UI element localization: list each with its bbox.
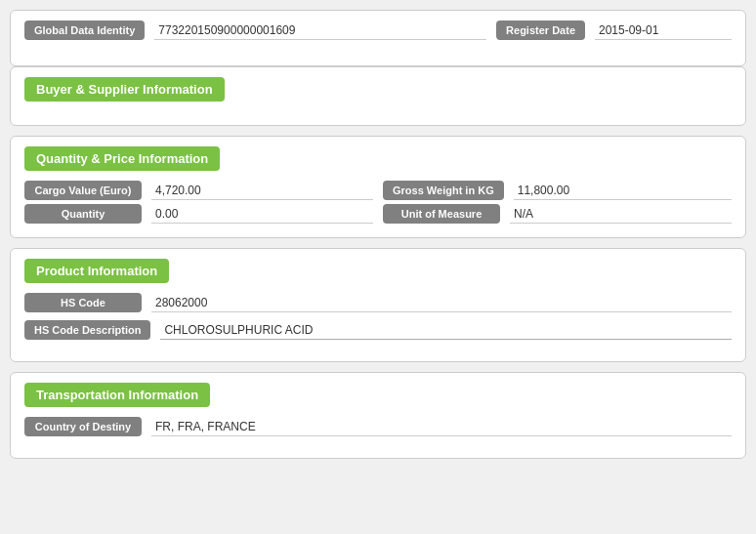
- hs-code-value: 28062000: [151, 294, 732, 312]
- product-section: Product Information HS Code 28062000 HS …: [10, 248, 746, 362]
- hs-desc-value: CHLOROSULPHURIC ACID: [160, 321, 732, 340]
- buyer-supplier-header: Buyer & Supplier Information: [24, 77, 225, 102]
- country-label: Country of Destiny: [24, 417, 142, 436]
- hs-code-row: HS Code 28062000: [24, 293, 732, 312]
- quantity-price-header: Quantity & Price Information: [24, 146, 220, 171]
- unit-label: Unit of Measure: [383, 204, 500, 224]
- cargo-quantity-row: Cargo Value (Euro) 4,720.00 Gross Weight…: [24, 181, 732, 200]
- quantity-unit-row: Quantity 0.00 Unit of Measure N/A: [24, 204, 732, 224]
- country-row: Country of Destiny FR, FRA, FRANCE: [24, 417, 732, 436]
- transportation-header: Transportation Information: [24, 383, 210, 407]
- product-header: Product Information: [24, 259, 169, 283]
- cargo-value: 4,720.00: [151, 182, 373, 200]
- cargo-value-label: Cargo Value (Euro): [24, 181, 142, 200]
- quantity-label: Quantity: [24, 204, 142, 224]
- hs-desc-row: HS Code Description CHLOROSULPHURIC ACID: [24, 320, 732, 340]
- global-data-identity-label: Global Data Identity: [24, 21, 145, 40]
- unit-col: Unit of Measure N/A: [383, 204, 732, 224]
- hs-desc-label: HS Code Description: [24, 320, 150, 340]
- top-card: Global Data Identity 7732201509000000016…: [10, 10, 746, 66]
- quantity-price-section: Quantity & Price Information Cargo Value…: [10, 136, 746, 238]
- gross-weight-col: Gross Weight in KG 11,800.00: [383, 181, 732, 200]
- country-value: FR, FRA, FRANCE: [151, 418, 732, 436]
- quantity-value: 0.00: [151, 205, 373, 224]
- quantity-col: Quantity 0.00: [24, 204, 373, 224]
- unit-value: N/A: [510, 205, 732, 224]
- cargo-col: Cargo Value (Euro) 4,720.00: [24, 181, 373, 200]
- gross-weight-label: Gross Weight in KG: [383, 181, 504, 200]
- buyer-supplier-section: Buyer & Supplier Information: [10, 66, 746, 126]
- hs-code-label: HS Code: [24, 293, 142, 312]
- register-date-value: 2015-09-01: [595, 21, 732, 40]
- global-data-identity-value: 773220150900000001609: [154, 21, 486, 40]
- top-row: Global Data Identity 7732201509000000016…: [24, 21, 732, 40]
- register-date-label: Register Date: [496, 21, 585, 40]
- gross-weight-value: 11,800.00: [514, 182, 732, 200]
- transportation-section: Transportation Information Country of De…: [10, 372, 746, 459]
